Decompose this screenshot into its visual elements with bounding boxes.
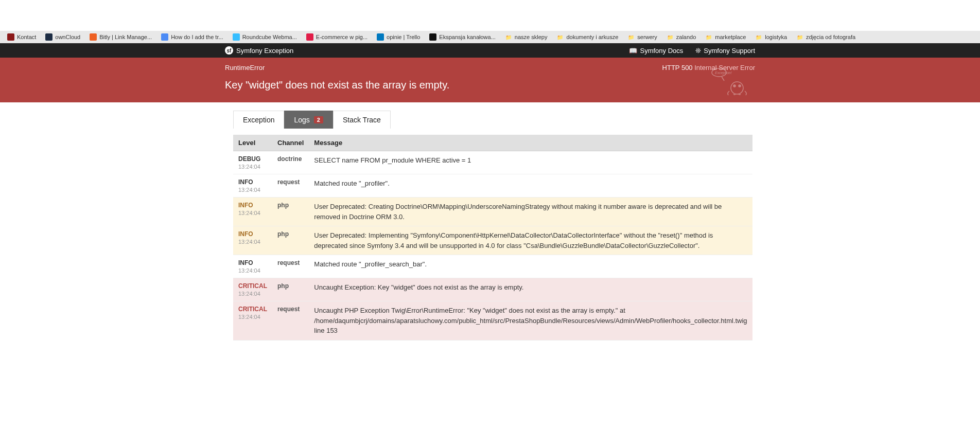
folder-icon: 📁: [667, 33, 674, 41]
bookmark-item[interactable]: 📁logistyka: [755, 33, 787, 41]
bookmark-label: dokumenty i arkusze: [566, 34, 618, 40]
log-row: CRITICAL13:24:04requestUncaught PHP Exce…: [233, 301, 752, 341]
col-header-channel: Channel: [272, 135, 309, 151]
site-favicon-icon: [45, 33, 52, 41]
tab-stack-trace[interactable]: Stack Trace: [333, 111, 391, 129]
site-favicon-icon: [429, 33, 436, 41]
bookmark-item[interactable]: Roundcube Webma...: [233, 33, 297, 41]
log-message: Matched route "_profiler".: [309, 174, 752, 198]
log-timestamp: 13:24:04: [238, 291, 267, 297]
ghost-illustration-icon: Exception!: [709, 66, 755, 99]
log-level: CRITICAL: [238, 306, 267, 313]
tabs: Exception Logs 2 Stack Trace: [233, 111, 747, 129]
bookmark-item[interactable]: 📁zalando: [667, 33, 696, 41]
symfony-header: sf Symfony Exception 📖 Symfony Docs ❊ Sy…: [0, 43, 980, 58]
bookmark-label: Bitly | Link Manage...: [99, 34, 152, 40]
bookmark-label: nasze sklepy: [515, 34, 548, 40]
bookmark-label: Kontact: [17, 34, 36, 40]
bookmark-item[interactable]: Bitly | Link Manage...: [90, 33, 152, 41]
log-timestamp: 13:24:04: [238, 314, 267, 320]
bookmark-label: Roundcube Webma...: [242, 34, 297, 40]
bookmark-label: serwery: [637, 34, 657, 40]
log-level: INFO: [238, 230, 267, 238]
log-row: DEBUG13:24:04doctrineSELECT name FROM pr…: [233, 151, 752, 174]
bookmark-item[interactable]: E-commerce w pig...: [306, 33, 367, 41]
log-message: User Deprecated: Implementing "Symfony\C…: [309, 226, 752, 255]
bookmark-item[interactable]: 📁serwery: [627, 33, 657, 41]
log-row: INFO13:24:04requestMatched route "_profi…: [233, 255, 752, 278]
log-timestamp: 13:24:04: [238, 210, 267, 216]
log-level: DEBUG: [238, 155, 267, 163]
exception-class[interactable]: RuntimeError: [225, 64, 265, 71]
col-header-level: Level: [233, 135, 272, 151]
bookmark-label: E-commerce w pig...: [316, 34, 367, 40]
site-favicon-icon: [233, 33, 240, 41]
bookmark-label: How do I add the tr...: [171, 34, 223, 40]
log-message: Uncaught Exception: Key "widget" does no…: [309, 278, 752, 301]
log-channel: php: [272, 278, 309, 301]
symfony-header-title: Symfony Exception: [236, 47, 293, 55]
site-favicon-icon: [306, 33, 313, 41]
log-channel: request: [272, 301, 309, 341]
bookmark-item[interactable]: 📁dokumenty i arkusze: [556, 33, 618, 41]
folder-icon: 📁: [505, 33, 512, 41]
folder-icon: 📁: [755, 33, 762, 41]
bookmark-item[interactable]: Kontact: [7, 33, 36, 41]
log-level: INFO: [238, 202, 267, 209]
site-favicon-icon: [377, 33, 384, 41]
log-timestamp: 13:24:04: [238, 187, 267, 193]
log-timestamp: 13:24:04: [238, 239, 267, 245]
log-row: INFO13:24:04phpUser Deprecated: Implemen…: [233, 226, 752, 255]
bookmark-item[interactable]: ownCloud: [45, 33, 80, 41]
symfony-docs-link[interactable]: 📖 Symfony Docs: [629, 47, 683, 55]
log-timestamp: 13:24:04: [238, 164, 267, 170]
logs-table: Level Channel Message DEBUG13:24:04doctr…: [233, 135, 752, 341]
bookmark-label: ownCloud: [55, 34, 80, 40]
svg-text:Exception!: Exception!: [715, 71, 732, 75]
svg-point-2: [731, 82, 743, 94]
symfony-logo-icon: sf: [225, 46, 233, 55]
logs-count-badge: 2: [314, 116, 323, 123]
log-row: INFO13:24:04phpUser Deprecated: Creating…: [233, 198, 752, 226]
folder-icon: 📁: [627, 33, 635, 41]
browser-tabs-area: [0, 0, 980, 31]
folder-icon: 📁: [556, 33, 564, 41]
log-timestamp: 13:24:04: [238, 267, 267, 274]
browser-bookmarks-bar: KontactownCloudBitly | Link Manage...How…: [0, 31, 980, 43]
log-channel: request: [272, 174, 309, 198]
bookmark-item[interactable]: opinie | Trello: [377, 33, 420, 41]
log-channel: request: [272, 255, 309, 278]
site-favicon-icon: [90, 33, 97, 41]
bookmark-label: zalando: [676, 34, 696, 40]
svg-point-3: [733, 85, 736, 87]
folder-icon: 📁: [705, 33, 712, 41]
log-channel: php: [272, 198, 309, 226]
bookmark-label: marketplace: [715, 34, 746, 40]
log-level: INFO: [238, 259, 267, 266]
log-message: User Deprecated: Creating Doctrine\ORM\M…: [309, 198, 752, 226]
bookmark-item[interactable]: How do I add the tr...: [161, 33, 223, 41]
site-favicon-icon: [161, 33, 168, 41]
main-content: Exception Logs 2 Stack Trace Level Chann…: [225, 111, 755, 341]
symfony-support-link[interactable]: ❊ Symfony Support: [695, 47, 755, 55]
log-level: CRITICAL: [238, 282, 267, 290]
folder-icon: 📁: [796, 33, 803, 41]
tab-logs[interactable]: Logs 2: [284, 111, 332, 129]
lifebuoy-icon: ❊: [695, 47, 701, 55]
col-header-message: Message: [309, 135, 752, 151]
bookmark-label: logistyka: [765, 34, 787, 40]
log-message: Uncaught PHP Exception Twig\Error\Runtim…: [309, 301, 752, 341]
bookmark-item[interactable]: 📁marketplace: [705, 33, 746, 41]
tab-exception[interactable]: Exception: [233, 111, 284, 129]
log-channel: php: [272, 226, 309, 255]
bookmark-label: zdjęcia od fotografa: [806, 34, 855, 40]
error-banner: RuntimeError HTTP 500 Internal Server Er…: [0, 58, 980, 102]
bookmark-item[interactable]: Ekspansja kanałowa...: [429, 33, 495, 41]
bookmark-item[interactable]: 📁nasze sklepy: [505, 33, 548, 41]
log-channel: doctrine: [272, 151, 309, 174]
exception-message: Key "widget" does not exist as the array…: [225, 78, 626, 92]
log-row: INFO13:24:04requestMatched route "_profi…: [233, 174, 752, 198]
book-icon: 📖: [629, 47, 637, 55]
log-message: Matched route "_profiler_search_bar".: [309, 255, 752, 278]
bookmark-item[interactable]: 📁zdjęcia od fotografa: [796, 33, 855, 41]
